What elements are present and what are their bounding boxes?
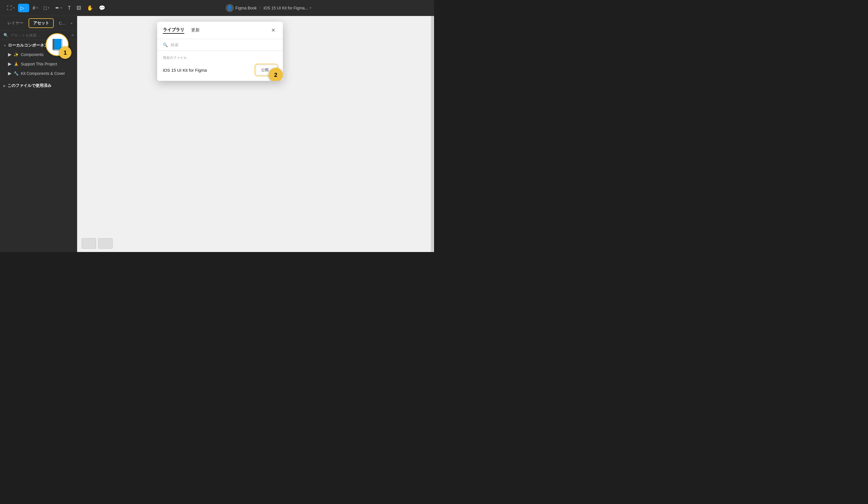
annotation-2-number: 2 — [274, 72, 277, 78]
scrollbar[interactable] — [431, 16, 434, 252]
hand-tool-button[interactable]: ✋ — [85, 4, 95, 12]
figma-menu-chevron-icon: ▾ — [13, 6, 14, 9]
publish-button-container: 公開... 2 — [256, 65, 277, 75]
breadcrumb-project: Figma Book — [236, 6, 257, 10]
library-tab[interactable]: ライブラリ — [163, 27, 184, 34]
section-item-icon-emoji: ✨ — [14, 52, 19, 57]
annotation-1-number: 1 — [63, 49, 66, 56]
breadcrumb-chevron-icon: ▾ — [310, 6, 311, 9]
canvas-thumbnails — [77, 235, 434, 252]
pen-chevron-icon: ▾ — [61, 6, 62, 9]
local-components-chevron-icon: ▼ — [3, 44, 6, 47]
components-tab[interactable]: C... — [55, 19, 69, 27]
frame-tool-button[interactable]: # ▾ — [30, 4, 40, 12]
main-area: レイヤー アセット C... ▾ 🔍 ≡ ▼ ローカルコンポーネント ▶ ✨ C… — [0, 16, 434, 252]
list-item[interactable]: ▶ 🙏 Support This Project — [3, 59, 73, 69]
panel-tabs: レイヤー アセット C... ▾ — [0, 16, 77, 31]
modal-library-row: iOS 15 UI Kit for Figma 公開... 2 — [163, 64, 277, 76]
library-name: iOS 15 UI Kit for Figma — [163, 68, 207, 73]
move-tool-button[interactable]: ▷ ▾ — [18, 4, 29, 12]
update-tab[interactable]: 更新 — [191, 27, 200, 34]
list-view-icon[interactable]: ≡ — [71, 33, 73, 37]
kit-item-icon-emoji: 🔧 — [14, 71, 19, 76]
text-tool-button[interactable]: T — [65, 4, 73, 12]
shape-tool-button[interactable]: □ ▾ — [41, 4, 52, 12]
toolbar-left-tools: ⛶ ▾ ▷ ▾ # ▾ □ ▾ ✒ ▾ T ⚄ — [4, 4, 107, 12]
kit-item-label: Kit Components & Cover — [21, 71, 65, 76]
kit-item-chevron-icon: ▶ — [8, 71, 11, 76]
breadcrumb-separator: / — [260, 6, 261, 10]
search-icon: 🔍 — [3, 33, 8, 38]
support-item-icon-emoji: 🙏 — [14, 62, 19, 66]
figma-menu-button[interactable]: ⛶ ▾ — [4, 4, 17, 12]
toolbar: ⛶ ▾ ▷ ▾ # ▾ □ ▾ ✒ ▾ T ⚄ — [0, 0, 434, 16]
used-in-file-header[interactable]: ▶ このファイルで使用済み — [3, 80, 73, 90]
modal-tabs: ライブラリ 更新 — [163, 27, 269, 34]
modal-search-input[interactable] — [170, 43, 277, 47]
annotation-1-container: 📘 1 — [46, 33, 69, 56]
comment-tool-button[interactable]: 💬 — [96, 4, 107, 12]
comment-icon: 💬 — [99, 6, 105, 11]
modal-body: 現在のファイル iOS 15 UI Kit for Figma 公開... 2 — [157, 51, 283, 81]
assets-tab[interactable]: アセット — [29, 18, 54, 28]
modal-search-icon: 🔍 — [163, 43, 168, 47]
pen-tool-button[interactable]: ✒ ▾ — [53, 4, 64, 12]
used-in-file-section: ▶ このファイルで使用済み — [0, 80, 77, 90]
canvas-area[interactable]: ライブラリ 更新 ✕ 🔍 現在のファイル iOS 15 UI Kit for F… — [77, 16, 434, 252]
close-icon: ✕ — [271, 27, 276, 33]
section-item-label: Components — [21, 52, 43, 57]
figma-logo-icon: ⛶ — [7, 6, 12, 11]
local-components-label: ローカルコンポーネント — [8, 43, 52, 48]
toolbar-center: 👤 Figma Book / iOS 15 UI Kit for Figma..… — [110, 4, 427, 12]
annotation-circle-1: 1 — [59, 46, 71, 59]
library-modal: ライブラリ 更新 ✕ 🔍 現在のファイル iOS 15 UI Kit for F… — [157, 22, 283, 81]
components-tool-button[interactable]: ⚄ — [74, 4, 83, 12]
modal-close-button[interactable]: ✕ — [269, 26, 277, 34]
hand-icon: ✋ — [87, 6, 93, 11]
left-panel: レイヤー アセット C... ▾ 🔍 ≡ ▼ ローカルコンポーネント ▶ ✨ C… — [0, 16, 77, 252]
list-item[interactable]: ▶ 🔧 Kit Components & Cover — [3, 69, 73, 78]
modal-section-title: 現在のファイル — [163, 55, 277, 60]
used-section-label: このファイルで使用済み — [8, 83, 51, 88]
frame-icon: # — [33, 6, 35, 11]
shape-icon: □ — [44, 6, 47, 11]
layers-tab[interactable]: レイヤー — [3, 19, 28, 28]
modal-search-bar: 🔍 — [157, 39, 283, 51]
move-icon: ▷ — [20, 6, 24, 11]
text-icon: T — [68, 6, 71, 11]
pen-icon: ✒ — [55, 6, 60, 11]
breadcrumb-file: iOS 15 UI Kit for Figma... — [264, 6, 308, 10]
components-icon: ⚄ — [76, 6, 81, 11]
support-item-chevron-icon: ▶ — [8, 61, 11, 66]
support-item-label: Support This Project — [21, 62, 57, 66]
move-chevron-icon: ▾ — [25, 6, 27, 9]
annotation-circle-2: 2 — [269, 68, 283, 81]
frame-chevron-icon: ▾ — [37, 6, 38, 9]
used-section-chevron-icon: ▶ — [3, 84, 6, 88]
shape-chevron-icon: ▾ — [48, 6, 50, 9]
avatar: 👤 — [226, 4, 234, 12]
components-tab-chevron-icon: ▾ — [71, 22, 72, 25]
canvas-thumbnail-1 — [82, 238, 96, 249]
scrollbar-track — [432, 16, 433, 252]
components-item-icon: ▶ — [8, 52, 11, 57]
canvas-thumbnail-2 — [98, 238, 113, 249]
modal-header: ライブラリ 更新 ✕ — [157, 22, 283, 39]
